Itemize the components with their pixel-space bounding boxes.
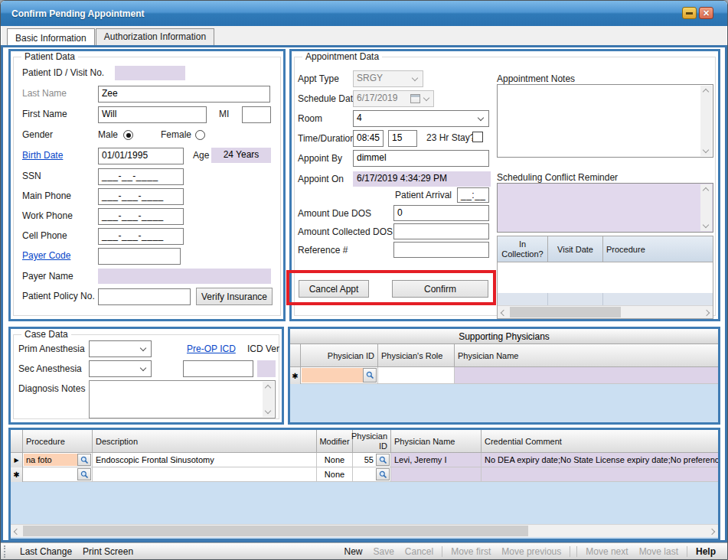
modifier-cell[interactable]: None — [317, 467, 353, 482]
scroll-up-icon[interactable] — [265, 385, 271, 391]
last-change-button[interactable]: Last Change — [20, 546, 72, 557]
patient-arrival-input[interactable]: __:__ — [457, 187, 489, 203]
preop-icd-input[interactable] — [183, 360, 253, 377]
scroll-left-icon[interactable] — [14, 529, 20, 535]
procedure-search-button[interactable] — [77, 468, 91, 480]
procedures-hscrollbar[interactable] — [11, 524, 718, 537]
mi-input[interactable] — [242, 106, 271, 123]
diagnosis-scrollbar[interactable] — [263, 382, 274, 417]
tab-authorization-information[interactable]: Authorization Information — [96, 28, 214, 45]
ssn-input[interactable]: ___-__-____ — [98, 168, 184, 185]
tab-basic-information[interactable]: Basic Information — [7, 28, 95, 45]
col-modifier[interactable]: Modifier — [317, 430, 353, 453]
scroll-right-icon[interactable] — [704, 310, 710, 316]
scroll-up-icon[interactable] — [703, 187, 709, 194]
patient-id-label: Patient ID / Visit No. — [22, 67, 104, 78]
diagnosis-notes-textarea[interactable] — [89, 380, 276, 418]
female-label: Female — [161, 129, 191, 140]
col-procedure[interactable]: Procedure — [603, 236, 713, 262]
physician-id-input[interactable]: 55 — [354, 454, 376, 466]
description-cell[interactable] — [93, 467, 317, 482]
work-phone-input[interactable]: ___-___-____ — [98, 208, 184, 225]
toolbar-separator — [687, 546, 687, 557]
physician-name-cell[interactable]: Levi, Jeremy I — [391, 453, 482, 467]
help-button[interactable]: Help — [696, 546, 716, 557]
scroll-right-icon[interactable] — [709, 529, 715, 535]
appointment-notes-textarea[interactable] — [497, 84, 713, 158]
physician-id-input[interactable] — [302, 368, 363, 383]
minimize-button[interactable] — [682, 7, 697, 19]
col-physician-role[interactable]: Physician's Role — [378, 344, 455, 367]
physician-search-button[interactable] — [363, 368, 377, 383]
time-input[interactable]: 08:45 — [353, 130, 384, 147]
cell-phone-input[interactable]: ___-___-____ — [98, 228, 184, 245]
col-procedure[interactable]: Procedure — [23, 430, 93, 453]
physician-name-cell[interactable] — [391, 467, 482, 482]
procedure-input[interactable] — [24, 468, 77, 480]
credential-comment-cell[interactable] — [482, 467, 718, 482]
col-physician-name[interactable]: Physician Name — [391, 430, 482, 453]
birth-date-input[interactable]: 01/01/1995 — [98, 148, 184, 164]
physician-search-button[interactable] — [376, 454, 390, 466]
scroll-down-icon[interactable] — [703, 147, 709, 153]
conflict-scrollbar[interactable] — [700, 184, 712, 231]
collections-hscrollbar[interactable] — [498, 305, 713, 318]
schedule-date-picker[interactable]: 6/17/2019 — [353, 90, 434, 107]
male-radio[interactable] — [123, 130, 133, 140]
sec-anesthesia-label: Sec Anesthesia — [18, 363, 82, 374]
amount-due-input[interactable]: 0 — [393, 205, 489, 221]
physician-id-input[interactable] — [354, 468, 376, 480]
procedure-input[interactable]: na foto — [24, 454, 77, 466]
collections-grid: In Collection? Visit Date Procedure — [497, 236, 713, 319]
scroll-left-icon[interactable] — [501, 310, 507, 316]
room-combo[interactable]: 4 — [353, 110, 489, 127]
supporting-physicians-title: Supporting Physicians — [290, 329, 718, 344]
col-physician-id[interactable]: Physician ID — [301, 344, 378, 367]
payer-code-link[interactable]: Payer Code — [22, 250, 70, 261]
notes-scrollbar[interactable] — [700, 86, 712, 156]
description-cell[interactable]: Endoscopic Frontal Sinusotomy — [93, 453, 317, 467]
scrollbar-thumb[interactable] — [510, 307, 621, 317]
room-label: Room — [298, 113, 322, 124]
scroll-up-icon[interactable] — [703, 89, 709, 95]
close-button[interactable]: ✕ — [699, 7, 713, 19]
col-in-collection[interactable]: In Collection? — [498, 236, 548, 262]
new-button[interactable]: New — [344, 546, 362, 557]
amount-collected-input[interactable] — [393, 223, 489, 239]
procedure-search-button[interactable] — [77, 454, 91, 466]
case-data-title: Case Data — [21, 329, 71, 340]
col-credential-comment[interactable]: Credential Comment — [482, 430, 718, 453]
scroll-down-icon[interactable] — [703, 222, 709, 228]
first-name-input[interactable]: Will — [98, 106, 207, 123]
scroll-down-icon[interactable] — [265, 408, 271, 414]
verify-insurance-button[interactable]: Verify Insurance — [196, 288, 273, 305]
new-row-icon: ✱ — [290, 367, 301, 384]
print-screen-button[interactable]: Print Screen — [83, 546, 133, 557]
credential-comment-cell[interactable]: No DEA expiry date;No State License expi… — [482, 453, 718, 467]
toolbar-grip-icon[interactable] — [4, 545, 7, 558]
physician-search-button[interactable] — [376, 468, 390, 480]
first-name-label: First Name — [22, 109, 67, 119]
birth-date-link[interactable]: Birth Date — [22, 150, 63, 161]
scrollbar-thumb[interactable] — [23, 526, 528, 536]
col-description[interactable]: Description — [93, 430, 317, 453]
physician-role-cell[interactable] — [378, 367, 455, 384]
col-visit-date[interactable]: Visit Date — [548, 236, 603, 262]
payer-code-input[interactable] — [98, 248, 181, 265]
age-field: 24 Years — [211, 148, 271, 163]
preop-icd-link[interactable]: Pre-OP ICD — [187, 343, 236, 354]
reference-input[interactable] — [393, 242, 489, 258]
schedule-date-label: Schedule Date — [298, 93, 358, 104]
appoint-by-input[interactable]: dimmel — [353, 150, 489, 167]
search-icon — [379, 470, 387, 479]
stay-checkbox[interactable] — [472, 132, 483, 142]
female-radio[interactable] — [195, 130, 205, 140]
last-name-input[interactable]: Zee — [98, 86, 270, 103]
male-label: Male — [98, 129, 118, 140]
policy-input[interactable] — [98, 288, 191, 305]
duration-input[interactable]: 15 — [388, 130, 417, 147]
modifier-cell[interactable]: None — [317, 453, 353, 467]
col-physician-id[interactable]: Physician ID — [353, 430, 391, 453]
col-physician-name[interactable]: Physician Name — [455, 344, 718, 367]
main-phone-input[interactable]: ___-___-____ — [98, 188, 184, 205]
